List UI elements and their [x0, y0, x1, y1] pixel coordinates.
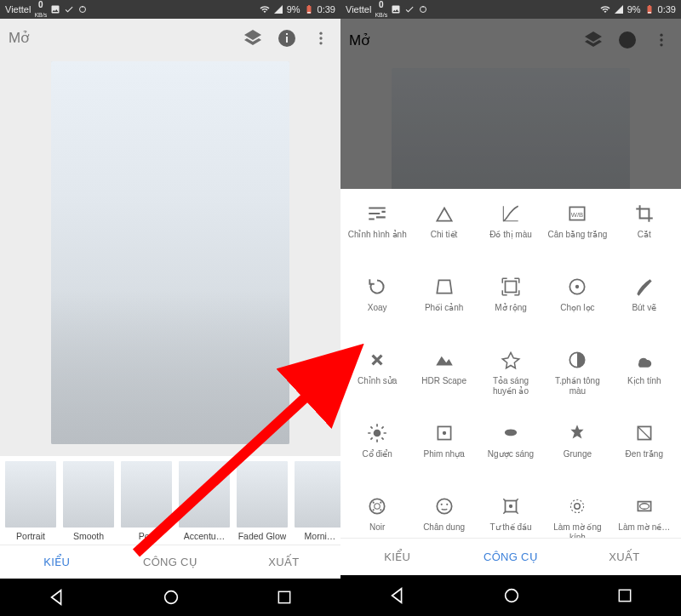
battery-pct: 9%: [627, 4, 641, 14]
filter-item[interactable]: Faded Glow: [235, 461, 289, 542]
tool-selective[interactable]: Chọn lọc: [544, 267, 610, 340]
wifi-icon: [260, 4, 270, 14]
carrier-label: Viettel: [5, 4, 31, 14]
tool-tonal[interactable]: T.phần tông màu: [544, 340, 610, 414]
svg-point-35: [446, 504, 448, 505]
check-icon: [64, 4, 74, 14]
tab-kieu[interactable]: KIỂU: [340, 550, 454, 563]
tool-headpose[interactable]: Tư thế đầu: [478, 487, 544, 538]
filter-item[interactable]: Portrait: [3, 461, 58, 542]
clock-label: 0:39: [658, 4, 676, 14]
circle-icon: [77, 4, 88, 14]
info-icon[interactable]: [276, 27, 298, 49]
bottom-tabs: KIỂU CÔNG CỤ XUẤT: [0, 545, 340, 579]
svg-point-29: [373, 502, 375, 504]
tool-noir[interactable]: Noir: [344, 487, 410, 538]
svg-point-33: [437, 499, 451, 513]
layers-icon[interactable]: [242, 27, 264, 49]
svg-point-7: [319, 42, 322, 44]
tab-xuat[interactable]: XUẤT: [568, 550, 681, 563]
svg-point-8: [165, 591, 178, 604]
wifi-icon: [600, 4, 610, 14]
svg-rect-1: [307, 12, 311, 14]
phone-right: Viettel 0KB/s 9% 0:39 Mở Chỉnh hình ảnh: [340, 0, 681, 616]
svg-point-25: [442, 431, 445, 435]
svg-rect-9: [278, 591, 289, 602]
tool-tune[interactable]: Chỉnh hình ảnh: [344, 194, 410, 267]
filter-item[interactable]: Morni…: [293, 461, 340, 542]
image-icon: [50, 4, 60, 14]
tool-glamour[interactable]: Tỏa sáng huyền ảo: [478, 340, 544, 414]
tools-sheet: Chỉnh hình ảnh Chi tiết Đồ thị màu W/BCâ…: [340, 189, 681, 575]
tool-film[interactable]: Phim nhựa: [410, 414, 477, 487]
tool-crop[interactable]: Cắt: [611, 194, 678, 267]
tool-drama[interactable]: Kịch tính: [611, 340, 678, 414]
tool-expand[interactable]: Mở rộng: [478, 267, 544, 340]
dimmed-background: Mở: [340, 19, 681, 189]
image-icon: [391, 4, 401, 14]
tool-hdr[interactable]: HDR Scape: [410, 340, 477, 414]
app-toolbar: Mở: [0, 19, 340, 58]
tool-brush[interactable]: Bút vẽ: [611, 267, 678, 340]
svg-point-34: [440, 504, 442, 505]
svg-point-21: [575, 285, 579, 288]
svg-point-23: [374, 430, 381, 437]
clock-label: 0:39: [318, 4, 335, 14]
tool-bw[interactable]: Đen trắng: [611, 414, 678, 487]
filter-item[interactable]: Pop: [119, 461, 174, 542]
circle-icon: [418, 4, 428, 14]
svg-point-37: [509, 505, 512, 508]
svg-point-32: [380, 509, 381, 510]
tab-kieu[interactable]: KIỂU: [0, 556, 113, 568]
tool-whitebalance[interactable]: W/BCân bằng trắng: [544, 194, 610, 267]
svg-point-41: [639, 504, 649, 510]
android-navbar: [340, 575, 681, 616]
tool-grunge[interactable]: Grunge: [544, 414, 610, 487]
home-icon[interactable]: [502, 586, 521, 605]
tool-vintage[interactable]: Cổ điển: [344, 414, 410, 487]
main-photo: [51, 61, 289, 444]
tool-perspective[interactable]: Phối cảnh: [410, 267, 477, 340]
phone-left: Viettel 0KB/s 9% 0:39 Mở Portrait Smooth…: [0, 0, 340, 616]
back-icon[interactable]: [48, 588, 66, 607]
tab-congcu[interactable]: CÔNG CỤ: [113, 556, 226, 568]
check-icon: [404, 4, 415, 14]
tool-grid: Chỉnh hình ảnh Chi tiết Đồ thị màu W/BCâ…: [340, 189, 681, 538]
filter-item[interactable]: Smooth: [61, 461, 116, 542]
carrier-label: Viettel: [346, 4, 371, 14]
tool-healing[interactable]: Chỉnh sửa: [344, 340, 410, 414]
filter-item[interactable]: Accentu…: [177, 461, 232, 542]
svg-rect-12: [648, 12, 651, 14]
tab-xuat[interactable]: XUẤT: [227, 556, 340, 568]
more-icon[interactable]: [310, 27, 332, 49]
tool-lensblur[interactable]: Làm mờ ống kính: [544, 487, 610, 538]
svg-rect-3: [286, 37, 288, 43]
svg-rect-19: [505, 282, 516, 293]
photo-canvas[interactable]: [0, 58, 340, 456]
svg-rect-48: [619, 590, 630, 601]
tool-rotate[interactable]: Xoay: [344, 267, 410, 340]
data-rate: 0KB/s: [375, 0, 387, 19]
svg-point-47: [506, 590, 518, 602]
svg-point-31: [373, 509, 375, 510]
tool-vignette[interactable]: Làm mờ nề…: [611, 487, 678, 538]
svg-point-39: [575, 504, 581, 510]
tool-portrait[interactable]: Chân dung: [410, 487, 477, 538]
recents-icon[interactable]: [276, 589, 293, 606]
back-icon[interactable]: [388, 586, 407, 605]
status-bar: Viettel 0KB/s 9% 0:39: [0, 0, 340, 19]
tool-curves[interactable]: Đồ thị màu: [478, 194, 544, 267]
toolbar-title[interactable]: Mở: [9, 29, 230, 47]
recents-icon[interactable]: [616, 587, 633, 604]
svg-point-30: [380, 502, 381, 504]
data-rate: 0KB/s: [34, 0, 47, 19]
tool-retrolux[interactable]: Ngược sáng: [478, 414, 544, 487]
svg-point-28: [375, 504, 381, 510]
signal-icon: [273, 4, 283, 14]
home-icon[interactable]: [162, 588, 180, 607]
svg-point-6: [319, 37, 322, 39]
svg-text:W/B: W/B: [571, 211, 583, 219]
filter-strip[interactable]: Portrait Smooth Pop Accentu… Faded Glow …: [0, 456, 340, 545]
tab-congcu[interactable]: CÔNG CỤ: [454, 550, 567, 563]
tool-details[interactable]: Chi tiết: [410, 194, 477, 267]
